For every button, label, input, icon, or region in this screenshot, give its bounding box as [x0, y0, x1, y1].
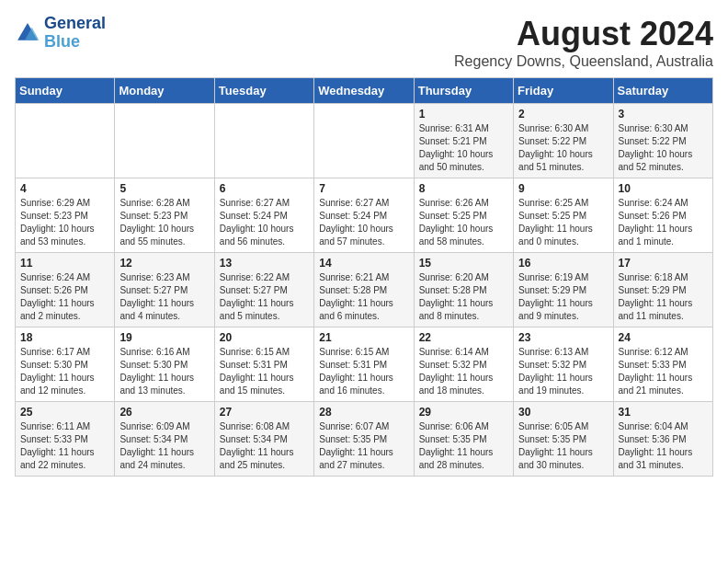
day-number: 3 [619, 108, 708, 121]
day-info: Sunrise: 6:14 AM Sunset: 5:32 PM Dayligh… [419, 346, 508, 397]
calendar-cell: 23Sunrise: 6:13 AM Sunset: 5:32 PM Dayli… [514, 327, 613, 402]
day-info: Sunrise: 6:18 AM Sunset: 5:29 PM Dayligh… [619, 271, 708, 323]
page-header: General Blue August 2024 Regency Downs, … [15, 15, 713, 70]
calendar-cell: 13Sunrise: 6:22 AM Sunset: 5:27 PM Dayli… [214, 253, 313, 327]
calendar-cell: 22Sunrise: 6:14 AM Sunset: 5:32 PM Dayli… [414, 327, 513, 402]
calendar-cell: 30Sunrise: 6:05 AM Sunset: 5:35 PM Dayli… [514, 402, 613, 477]
day-info: Sunrise: 6:15 AM Sunset: 5:31 PM Dayligh… [319, 346, 408, 397]
calendar-cell: 10Sunrise: 6:24 AM Sunset: 5:26 PM Dayli… [613, 178, 712, 253]
day-number: 16 [518, 257, 608, 270]
day-header-monday: Monday [115, 78, 214, 104]
day-info: Sunrise: 6:17 AM Sunset: 5:30 PM Dayligh… [20, 346, 109, 397]
calendar-cell: 11Sunrise: 6:24 AM Sunset: 5:26 PM Dayli… [16, 253, 115, 327]
day-info: Sunrise: 6:15 AM Sunset: 5:31 PM Dayligh… [220, 346, 309, 397]
calendar-table: SundayMondayTuesdayWednesdayThursdayFrid… [15, 77, 713, 477]
day-number: 1 [419, 108, 508, 121]
day-info: Sunrise: 6:04 AM Sunset: 5:36 PM Dayligh… [619, 420, 708, 472]
day-number: 24 [619, 331, 708, 344]
calendar-cell: 21Sunrise: 6:15 AM Sunset: 5:31 PM Dayli… [314, 327, 414, 402]
day-info: Sunrise: 6:22 AM Sunset: 5:27 PM Dayligh… [220, 271, 309, 323]
day-info: Sunrise: 6:30 AM Sunset: 5:22 PM Dayligh… [518, 122, 608, 174]
day-header-friday: Friday [514, 78, 613, 104]
day-info: Sunrise: 6:24 AM Sunset: 5:26 PM Dayligh… [619, 197, 708, 248]
day-number: 20 [220, 331, 309, 344]
day-number: 8 [419, 182, 508, 195]
day-number: 31 [619, 406, 708, 419]
day-info: Sunrise: 6:16 AM Sunset: 5:30 PM Dayligh… [119, 346, 209, 397]
logo-text: General Blue [44, 15, 106, 52]
logo-line1: General [44, 15, 106, 33]
day-number: 26 [119, 406, 209, 419]
day-info: Sunrise: 6:28 AM Sunset: 5:23 PM Dayligh… [119, 197, 209, 248]
day-number: 11 [20, 257, 109, 270]
calendar-cell: 25Sunrise: 6:11 AM Sunset: 5:33 PM Dayli… [16, 402, 115, 477]
day-number: 6 [220, 182, 309, 195]
day-number: 19 [119, 331, 209, 344]
calendar-cell: 9Sunrise: 6:25 AM Sunset: 5:25 PM Daylig… [514, 178, 613, 253]
day-info: Sunrise: 6:21 AM Sunset: 5:28 PM Dayligh… [319, 271, 408, 323]
day-info: Sunrise: 6:31 AM Sunset: 5:21 PM Dayligh… [419, 122, 508, 174]
day-info: Sunrise: 6:12 AM Sunset: 5:33 PM Dayligh… [619, 346, 708, 397]
calendar-week-row: 1Sunrise: 6:31 AM Sunset: 5:21 PM Daylig… [16, 104, 713, 178]
calendar-cell [314, 104, 414, 178]
calendar-cell: 7Sunrise: 6:27 AM Sunset: 5:24 PM Daylig… [314, 178, 414, 253]
day-info: Sunrise: 6:23 AM Sunset: 5:27 PM Dayligh… [119, 271, 209, 323]
day-info: Sunrise: 6:27 AM Sunset: 5:24 PM Dayligh… [319, 197, 408, 248]
day-header-saturday: Saturday [613, 78, 712, 104]
day-info: Sunrise: 6:27 AM Sunset: 5:24 PM Dayligh… [220, 197, 309, 248]
day-info: Sunrise: 6:13 AM Sunset: 5:32 PM Dayligh… [518, 346, 608, 397]
day-number: 14 [319, 257, 408, 270]
calendar-cell: 5Sunrise: 6:28 AM Sunset: 5:23 PM Daylig… [115, 178, 214, 253]
day-header-wednesday: Wednesday [314, 78, 414, 104]
calendar-cell: 24Sunrise: 6:12 AM Sunset: 5:33 PM Dayli… [613, 327, 712, 402]
day-info: Sunrise: 6:05 AM Sunset: 5:35 PM Dayligh… [518, 420, 608, 472]
title-block: August 2024 Regency Downs, Queensland, A… [454, 15, 713, 70]
day-info: Sunrise: 6:09 AM Sunset: 5:34 PM Dayligh… [119, 420, 209, 472]
calendar-cell: 29Sunrise: 6:06 AM Sunset: 5:35 PM Dayli… [414, 402, 513, 477]
calendar-cell: 31Sunrise: 6:04 AM Sunset: 5:36 PM Dayli… [613, 402, 712, 477]
calendar-cell: 6Sunrise: 6:27 AM Sunset: 5:24 PM Daylig… [214, 178, 313, 253]
day-number: 29 [419, 406, 508, 419]
day-number: 2 [518, 108, 608, 121]
calendar-cell: 12Sunrise: 6:23 AM Sunset: 5:27 PM Dayli… [115, 253, 214, 327]
calendar-header-row: SundayMondayTuesdayWednesdayThursdayFrid… [16, 78, 713, 104]
month-title: August 2024 [454, 15, 713, 53]
day-number: 5 [119, 182, 209, 195]
calendar-cell: 20Sunrise: 6:15 AM Sunset: 5:31 PM Dayli… [214, 327, 313, 402]
calendar-cell: 16Sunrise: 6:19 AM Sunset: 5:29 PM Dayli… [514, 253, 613, 327]
calendar-cell: 18Sunrise: 6:17 AM Sunset: 5:30 PM Dayli… [16, 327, 115, 402]
calendar-cell: 14Sunrise: 6:21 AM Sunset: 5:28 PM Dayli… [314, 253, 414, 327]
day-number: 10 [619, 182, 708, 195]
calendar-cell [214, 104, 313, 178]
day-number: 22 [419, 331, 508, 344]
day-number: 23 [518, 331, 608, 344]
day-info: Sunrise: 6:06 AM Sunset: 5:35 PM Dayligh… [419, 420, 508, 472]
day-number: 21 [319, 331, 408, 344]
calendar-cell: 28Sunrise: 6:07 AM Sunset: 5:35 PM Dayli… [314, 402, 414, 477]
day-number: 15 [419, 257, 508, 270]
calendar-cell: 4Sunrise: 6:29 AM Sunset: 5:23 PM Daylig… [16, 178, 115, 253]
calendar-cell: 3Sunrise: 6:30 AM Sunset: 5:22 PM Daylig… [613, 104, 712, 178]
calendar-cell: 15Sunrise: 6:20 AM Sunset: 5:28 PM Dayli… [414, 253, 513, 327]
location-title: Regency Downs, Queensland, Australia [454, 53, 713, 70]
day-number: 28 [319, 406, 408, 419]
day-number: 12 [119, 257, 209, 270]
calendar-cell: 27Sunrise: 6:08 AM Sunset: 5:34 PM Dayli… [214, 402, 313, 477]
calendar-cell: 1Sunrise: 6:31 AM Sunset: 5:21 PM Daylig… [414, 104, 513, 178]
calendar-cell: 19Sunrise: 6:16 AM Sunset: 5:30 PM Dayli… [115, 327, 214, 402]
day-info: Sunrise: 6:25 AM Sunset: 5:25 PM Dayligh… [518, 197, 608, 248]
day-info: Sunrise: 6:29 AM Sunset: 5:23 PM Dayligh… [20, 197, 109, 248]
calendar-week-row: 4Sunrise: 6:29 AM Sunset: 5:23 PM Daylig… [16, 178, 713, 253]
day-number: 9 [518, 182, 608, 195]
day-number: 18 [20, 331, 109, 344]
day-info: Sunrise: 6:07 AM Sunset: 5:35 PM Dayligh… [319, 420, 408, 472]
calendar-week-row: 25Sunrise: 6:11 AM Sunset: 5:33 PM Dayli… [16, 402, 713, 477]
logo-icon [15, 20, 40, 46]
day-info: Sunrise: 6:11 AM Sunset: 5:33 PM Dayligh… [20, 420, 109, 472]
calendar-week-row: 18Sunrise: 6:17 AM Sunset: 5:30 PM Dayli… [16, 327, 713, 402]
logo: General Blue [15, 15, 106, 52]
day-number: 25 [20, 406, 109, 419]
calendar-cell: 2Sunrise: 6:30 AM Sunset: 5:22 PM Daylig… [514, 104, 613, 178]
calendar-cell [115, 104, 214, 178]
day-header-sunday: Sunday [16, 78, 115, 104]
